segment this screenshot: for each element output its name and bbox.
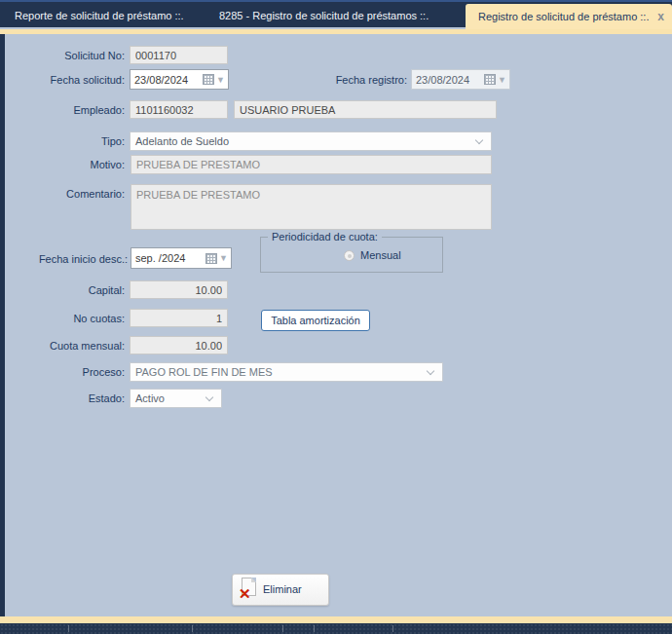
calendar-icon <box>203 74 214 85</box>
comentario-label: Comentario: <box>8 188 125 200</box>
taskbar-separator <box>68 625 69 632</box>
capital-label: Capital: <box>8 284 125 296</box>
eliminar-button-label: Eliminar <box>263 583 302 595</box>
dropdown-arrow-icon: ▼ <box>498 75 506 85</box>
taskbar-separator <box>192 625 193 632</box>
tipo-label: Tipo: <box>8 135 125 147</box>
tipo-select[interactable]: Adelanto de Sueldo <box>130 131 492 151</box>
no-cuotas-label: No cuotas: <box>8 313 125 324</box>
taskbar-separator <box>314 625 315 632</box>
fecha-inicio-picker[interactable]: sep. /2024 ▼ <box>131 247 232 269</box>
chevron-down-icon <box>427 366 434 374</box>
mensual-radio-label: Mensual <box>360 249 401 261</box>
tipo-value: Adelanto de Sueldo <box>131 135 476 147</box>
cuota-mensual-field <box>130 336 228 354</box>
delete-document-icon: ✕ <box>242 578 256 596</box>
solicitud-no-label: Solicitud No: <box>8 50 125 61</box>
dropdown-arrow-icon[interactable]: ▼ <box>216 75 225 85</box>
eliminar-button[interactable]: ✕ Eliminar <box>232 574 329 606</box>
estado-label: Estado: <box>8 392 125 404</box>
fecha-solicitud-picker[interactable]: 23/08/2024 ▼ <box>130 69 229 90</box>
fecha-registro-label: Fecha registro: <box>292 74 407 86</box>
taskbar <box>0 623 672 634</box>
fecha-solicitud-label: Fecha solicitud: <box>8 74 125 86</box>
fecha-solicitud-value: 23/08/2024 <box>131 74 203 86</box>
empleado-name-field <box>234 100 497 119</box>
fecha-registro-value: 23/08/2024 <box>412 74 484 86</box>
estado-value: Activo <box>131 392 206 404</box>
chevron-down-icon <box>205 392 213 400</box>
proceso-label: Proceso: <box>8 366 125 378</box>
tab-reporte-solicitud[interactable]: Reporte de solicitud de préstamo ::. <box>15 2 184 29</box>
red-x-icon: ✕ <box>239 586 251 601</box>
taskbar-separator <box>282 625 283 632</box>
fecha-registro-picker: 23/08/2024 ▼ <box>411 69 510 90</box>
cuota-mensual-label: Cuota mensual: <box>8 340 125 352</box>
bottom-accent-strip <box>0 616 672 623</box>
empleado-code-field <box>130 100 228 119</box>
estado-select[interactable]: Activo <box>130 389 222 408</box>
close-tab-icon[interactable]: x <box>657 4 664 29</box>
tabla-amortizacion-button[interactable]: Tabla amortización <box>261 310 370 331</box>
calendar-icon <box>205 253 217 264</box>
periodicidad-legend: Periodicidad de cuota: <box>268 231 382 242</box>
capital-field <box>130 280 228 299</box>
motivo-label: Motivo: <box>8 159 125 170</box>
calendar-icon <box>484 74 496 85</box>
proceso-value: PAGO ROL DE FIN DE MES <box>131 366 428 378</box>
empleado-label: Empleado: <box>8 104 125 116</box>
motivo-field <box>131 155 492 174</box>
periodicidad-groupbox: Periodicidad de cuota: Mensual <box>260 237 443 273</box>
no-cuotas-field <box>130 309 228 327</box>
taskbar-separator <box>392 625 393 632</box>
tab-8285-registro[interactable]: 8285 - Registro de solicitud de préstamo… <box>219 2 429 29</box>
proceso-select[interactable]: PAGO ROL DE FIN DE MES <box>130 362 443 382</box>
app-window: Reporte de solicitud de préstamo ::. 828… <box>0 0 672 634</box>
dropdown-arrow-icon[interactable]: ▼ <box>219 253 228 263</box>
tab-registro-solicitud-active[interactable]: Registro de solicitud de préstamo ::. x <box>466 4 672 29</box>
chevron-down-icon <box>475 135 483 143</box>
fecha-inicio-label: Fecha inicio desc.: <box>8 253 128 265</box>
solicitud-no-field <box>130 46 228 64</box>
tab-bar: Reporte de solicitud de préstamo ::. 828… <box>0 0 672 27</box>
mensual-radio[interactable] <box>344 250 355 261</box>
comentario-field: PRUEBA DE PRESTAMO <box>131 184 492 230</box>
fecha-inicio-value: sep. /2024 <box>131 252 205 264</box>
active-tab-label: Registro de solicitud de préstamo ::. <box>478 4 649 29</box>
